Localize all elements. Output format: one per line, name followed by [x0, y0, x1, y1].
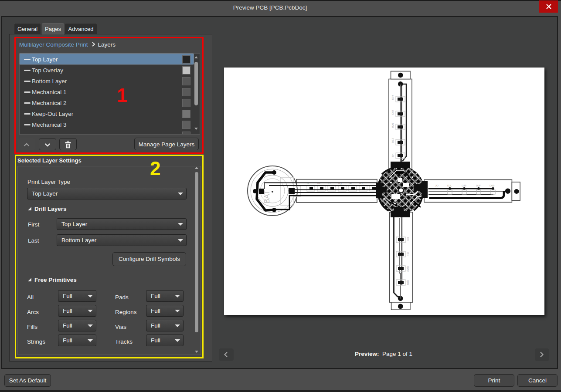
svg-text:Q >: Q > [407, 252, 409, 256]
svg-text:D8: D8 [407, 237, 409, 241]
svg-text:D12: D12 [391, 138, 394, 143]
svg-text:BAT: BAT [263, 190, 271, 203]
svg-text:JO: JO [435, 184, 439, 187]
svg-text:D08: D08 [391, 109, 394, 115]
svg-text:Q93: Q93 [407, 280, 409, 285]
svg-text:D04: D04 [391, 95, 394, 100]
svg-text:DJF: DJF [476, 184, 481, 187]
svg-text:B20: B20 [391, 123, 394, 128]
svg-text:Q2Q: Q2Q [407, 266, 409, 272]
svg-text:DJ9: DJ9 [462, 184, 466, 187]
svg-text:DJL: DJL [447, 184, 452, 187]
svg-text:D09: D09 [490, 184, 495, 187]
svg-text:D4: D4 [391, 153, 394, 157]
